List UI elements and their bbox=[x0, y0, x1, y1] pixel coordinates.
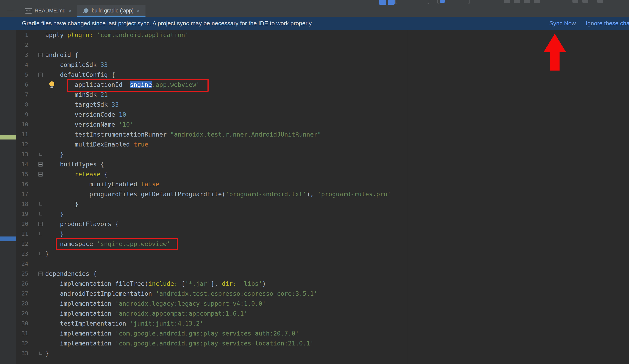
code-line-4[interactable]: 4 compileSdk 33 bbox=[16, 60, 629, 70]
code-line-21[interactable]: 21 } bbox=[16, 229, 629, 239]
fold-start-icon[interactable] bbox=[38, 271, 43, 276]
fold-start-icon[interactable] bbox=[38, 172, 43, 177]
selected-text: sngine bbox=[130, 81, 152, 88]
code-line-20[interactable]: 20 productFlavors { bbox=[16, 219, 629, 229]
code-line-7[interactable]: 7 minSdk 21 bbox=[16, 90, 629, 100]
fold-gutter bbox=[28, 40, 45, 50]
code-text: implementation fileTree(include: ['*.jar… bbox=[45, 279, 629, 289]
fold-gutter bbox=[28, 169, 45, 179]
code-line-11[interactable]: 11 testInstrumentationRunner "androidx.t… bbox=[16, 129, 629, 139]
line-number: 30 bbox=[16, 319, 28, 329]
code-line-22[interactable]: 22 namespace 'sngine.app.webview' bbox=[16, 239, 629, 249]
main-toolbar bbox=[0, 0, 629, 5]
code-line-8[interactable]: 8 targetSdk 33 bbox=[16, 100, 629, 110]
line-number: 4 bbox=[16, 60, 28, 70]
hide-window-icon[interactable]: — bbox=[7, 7, 14, 15]
code-text: release { bbox=[45, 169, 629, 179]
tab-readme-md[interactable]: README.md× bbox=[20, 5, 77, 17]
banner-message: Gradle files have changed since last pro… bbox=[22, 20, 313, 27]
code-line-23[interactable]: 23} bbox=[16, 249, 629, 259]
line-number: 25 bbox=[16, 269, 28, 279]
code-text: versionName '10' bbox=[45, 120, 629, 129]
line-number: 6 bbox=[16, 80, 28, 90]
fold-end-icon[interactable] bbox=[39, 232, 42, 235]
android-studio-window: — README.md×build.gradle (:app)× Gradle … bbox=[0, 0, 629, 364]
toolbar-icon-4[interactable] bbox=[534, 0, 540, 3]
fold-gutter bbox=[28, 199, 45, 209]
code-line-24[interactable]: 24 bbox=[16, 259, 629, 269]
close-tab-icon[interactable]: × bbox=[68, 8, 72, 14]
code-line-26[interactable]: 26 implementation fileTree(include: ['*.… bbox=[16, 279, 629, 289]
fold-gutter bbox=[28, 50, 45, 60]
toolbar-icon-1[interactable] bbox=[504, 0, 510, 3]
tab-build-gradle-app-[interactable]: build.gradle (:app)× bbox=[77, 5, 146, 17]
line-number: 19 bbox=[16, 209, 28, 219]
run-config-dropdown[interactable] bbox=[395, 0, 429, 4]
device-icon bbox=[440, 0, 445, 3]
code-line-6[interactable]: 6 applicationId 'sngine.app.webview' bbox=[16, 80, 629, 90]
fold-start-icon[interactable] bbox=[38, 53, 43, 57]
code-line-16[interactable]: 16 minifyEnabled false bbox=[16, 179, 629, 189]
toolbar-icon-3[interactable] bbox=[524, 0, 530, 3]
stripe-green-mark bbox=[0, 135, 16, 139]
line-number: 1 bbox=[16, 30, 28, 40]
code-line-32[interactable]: 32 implementation 'com.google.android.gm… bbox=[16, 339, 629, 348]
code-text: implementation 'com.google.android.gms:p… bbox=[45, 329, 629, 339]
code-line-1[interactable]: 1apply plugin: 'com.android.application' bbox=[16, 30, 629, 40]
code-line-10[interactable]: 10 versionName '10' bbox=[16, 120, 629, 129]
code-editor[interactable]: 1apply plugin: 'com.android.application'… bbox=[0, 30, 629, 364]
code-line-19[interactable]: 19 } bbox=[16, 209, 629, 219]
code-text: proguardFiles getDefaultProguardFile('pr… bbox=[45, 189, 629, 199]
fold-end-icon[interactable] bbox=[39, 202, 42, 206]
fold-start-icon[interactable] bbox=[38, 222, 43, 226]
code-line-18[interactable]: 18 } bbox=[16, 199, 629, 209]
device-dropdown[interactable] bbox=[437, 0, 470, 4]
code-text: } bbox=[45, 249, 629, 259]
code-line-9[interactable]: 9 versionCode 10 bbox=[16, 110, 629, 120]
debug-icon[interactable] bbox=[388, 0, 395, 5]
code-line-15[interactable]: 15 release { bbox=[16, 169, 629, 179]
code-line-2[interactable]: 2 bbox=[16, 40, 629, 50]
code-text: android { bbox=[45, 50, 629, 60]
code-line-14[interactable]: 14 buildTypes { bbox=[16, 159, 629, 169]
code-text: } bbox=[45, 348, 629, 358]
run-icon[interactable] bbox=[379, 0, 386, 5]
fold-gutter bbox=[28, 100, 45, 110]
fold-gutter bbox=[28, 30, 45, 40]
fold-end-icon[interactable] bbox=[39, 153, 42, 156]
line-number: 22 bbox=[16, 239, 28, 249]
editor-tabbar: — README.md×build.gradle (:app)× bbox=[0, 5, 629, 17]
code-line-5[interactable]: 5 defaultConfig { bbox=[16, 70, 629, 80]
code-text: namespace 'sngine.app.webview' bbox=[45, 239, 629, 249]
fold-end-icon[interactable] bbox=[39, 352, 42, 355]
code-line-33[interactable]: 33} bbox=[16, 348, 629, 358]
code-line-12[interactable]: 12 multiDexEnabled true bbox=[16, 139, 629, 149]
search-icon[interactable] bbox=[572, 0, 578, 3]
fold-gutter bbox=[28, 159, 45, 169]
sync-now-link[interactable]: Sync Now bbox=[549, 17, 576, 30]
code-line-13[interactable]: 13 } bbox=[16, 149, 629, 159]
profile-icon[interactable] bbox=[597, 0, 603, 3]
code-text: } bbox=[45, 209, 629, 219]
code-line-3[interactable]: 3android { bbox=[16, 50, 629, 60]
code-line-28[interactable]: 28 implementation 'androidx.legacy:legac… bbox=[16, 299, 629, 309]
code-line-25[interactable]: 25dependencies { bbox=[16, 269, 629, 279]
fold-gutter bbox=[28, 229, 45, 239]
code-line-29[interactable]: 29 implementation 'androidx.appcompat:ap… bbox=[16, 309, 629, 319]
fold-end-icon[interactable] bbox=[39, 212, 42, 216]
settings-gear-icon[interactable] bbox=[582, 0, 588, 3]
fold-start-icon[interactable] bbox=[38, 73, 43, 77]
code-line-27[interactable]: 27 androidTestImplementation 'androidx.t… bbox=[16, 289, 629, 299]
code-line-30[interactable]: 30 testImplementation 'junit:junit:4.13.… bbox=[16, 319, 629, 329]
close-tab-icon[interactable]: × bbox=[136, 8, 140, 14]
ignore-changes-link[interactable]: Ignore these changes bbox=[586, 17, 629, 30]
fold-gutter bbox=[28, 70, 45, 80]
code-text: apply plugin: 'com.android.application' bbox=[45, 30, 629, 40]
editor-lines: 1apply plugin: 'com.android.application'… bbox=[16, 30, 629, 358]
toolbar-icon-2[interactable] bbox=[514, 0, 520, 3]
code-text: versionCode 10 bbox=[45, 110, 629, 120]
fold-end-icon[interactable] bbox=[39, 252, 42, 255]
code-line-17[interactable]: 17 proguardFiles getDefaultProguardFile(… bbox=[16, 189, 629, 199]
code-line-31[interactable]: 31 implementation 'com.google.android.gm… bbox=[16, 329, 629, 339]
fold-start-icon[interactable] bbox=[38, 162, 43, 167]
